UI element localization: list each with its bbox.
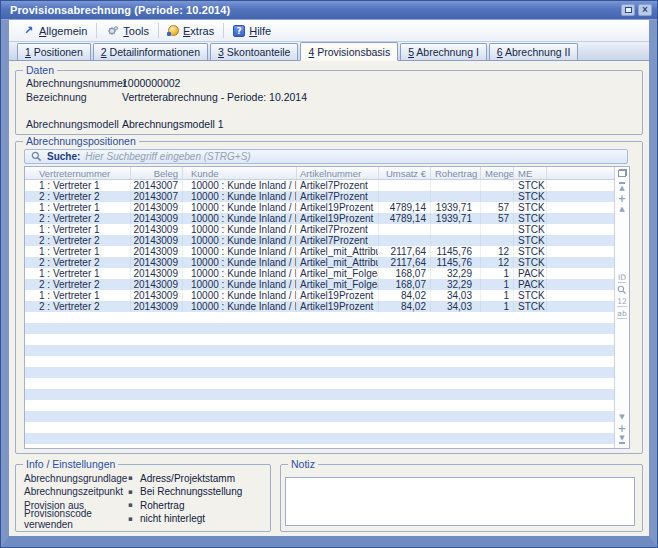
- column-header-4[interactable]: Umsatz €: [379, 167, 431, 179]
- menu-item-allgemein[interactable]: ↗Allgemein: [15, 23, 94, 39]
- tab-provisionsbasis[interactable]: 4 Provisionsbasis: [300, 42, 398, 61]
- empty-table-row[interactable]: [25, 334, 614, 345]
- record-id-icon[interactable]: ID: [618, 273, 626, 283]
- sort-alpha-icon[interactable]: ab: [617, 309, 626, 319]
- grid-nav-bottom: ▼ + ▼: [615, 412, 629, 444]
- empty-table-row[interactable]: [25, 400, 614, 411]
- table-cell: 10000 : Kunde Inland / Inlandsort: [183, 257, 297, 268]
- table-row[interactable]: 1 : Vertreter 12014300910000 : Kunde Inl…: [25, 246, 614, 257]
- column-header-0[interactable]: Vertreternummer: [25, 167, 131, 179]
- table-cell: 20143009: [131, 301, 183, 312]
- menu-item-extras[interactable]: Extras: [161, 23, 221, 39]
- page-up-icon[interactable]: +: [618, 193, 626, 203]
- table-cell: 20143009: [131, 268, 183, 279]
- column-header-6[interactable]: Menge: [481, 167, 514, 179]
- table-cell: [431, 191, 481, 202]
- sort-numeric-icon[interactable]: 12: [617, 297, 627, 307]
- menu-item-tools[interactable]: Tools: [99, 23, 156, 39]
- notiz-legend: Notiz: [288, 458, 318, 470]
- grid-nav-strip: ▲ + ▲ ID 12 ab: [614, 167, 629, 448]
- table-row[interactable]: 1 : Vertreter 12014300710000 : Kunde Inl…: [25, 180, 614, 191]
- field-value: 1000000002: [122, 77, 180, 89]
- empty-table-row[interactable]: [25, 356, 614, 367]
- menu-bar: ↗AllgemeinToolsExtras?Hilfe: [9, 20, 649, 42]
- table-row[interactable]: 2 : Vertreter 22014300710000 : Kunde Inl…: [25, 191, 614, 202]
- table-row[interactable]: 2 : Vertreter 22014300910000 : Kunde Inl…: [25, 279, 614, 290]
- table-cell: 1 : Vertreter 1: [25, 224, 131, 235]
- table-cell: [379, 191, 431, 202]
- tab-detailinformationen[interactable]: 2 Detailinformationen: [93, 43, 208, 60]
- tab-positionen[interactable]: 1 Positionen: [17, 43, 91, 60]
- table-row[interactable]: 2 : Vertreter 22014300910000 : Kunde Inl…: [25, 213, 614, 224]
- daten-field-row: Abrechnungsnummer1000000002: [22, 76, 636, 90]
- table-cell: [481, 235, 514, 246]
- app-window: Provisionsabrechnung (Periode: 10.2014) …: [0, 0, 658, 548]
- column-header-2[interactable]: Kunde: [183, 167, 297, 179]
- bullet-icon: ▪: [128, 501, 140, 509]
- empty-table-row[interactable]: [25, 345, 614, 356]
- empty-table-row[interactable]: [25, 323, 614, 334]
- empty-table-row[interactable]: [25, 312, 614, 323]
- table-cell-filler: [547, 202, 614, 213]
- table-cell-filler: [547, 180, 614, 191]
- table-cell: STCK: [514, 180, 547, 191]
- notiz-textarea[interactable]: [285, 477, 635, 526]
- table-row[interactable]: 1 : Vertreter 12014300910000 : Kunde Inl…: [25, 290, 614, 301]
- grid-options-icon[interactable]: [618, 167, 627, 179]
- table-cell: 1939,71: [431, 213, 481, 224]
- empty-table-row[interactable]: [25, 444, 614, 448]
- tab-abrechnung-2[interactable]: 6 Abrechnung II: [489, 43, 579, 60]
- menu-item-hilfe[interactable]: ?Hilfe: [226, 23, 278, 39]
- column-header-7[interactable]: ME: [514, 167, 547, 179]
- window-titlebar[interactable]: Provisionsabrechnung (Periode: 10.2014) …: [1, 1, 657, 20]
- page-down-icon[interactable]: +: [618, 423, 626, 433]
- tab-abrechnung-1[interactable]: 5 Abrechnung I: [400, 43, 487, 60]
- empty-table-row[interactable]: [25, 389, 614, 400]
- daten-field-row: BezeichnungVertreterabrechnung - Periode…: [22, 90, 636, 104]
- table-cell: 1 : Vertreter 1: [25, 268, 131, 279]
- table-cell: 20143009: [131, 224, 183, 235]
- empty-table-row[interactable]: [25, 367, 614, 378]
- table-row[interactable]: 1 : Vertreter 12014300910000 : Kunde Inl…: [25, 224, 614, 235]
- table-row[interactable]: 1 : Vertreter 12014300910000 : Kunde Inl…: [25, 268, 614, 279]
- positions-table-main: VertreternummerBelegKundeArtikelnummerUm…: [25, 167, 614, 448]
- table-row[interactable]: 1 : Vertreter 12014300910000 : Kunde Inl…: [25, 202, 614, 213]
- table-cell: 4789,14: [379, 202, 431, 213]
- info-value: Adress/Projektstamm: [140, 473, 235, 484]
- table-cell: STCK: [514, 224, 547, 235]
- table-cell: 1145,76: [431, 257, 481, 268]
- search-bar[interactable]: Suche: Hier Suchbegriff eingeben (STRG+S…: [24, 149, 628, 164]
- table-cell: 2117,64: [379, 257, 431, 268]
- table-row[interactable]: 2 : Vertreter 22014300910000 : Kunde Inl…: [25, 257, 614, 268]
- empty-table-row[interactable]: [25, 422, 614, 433]
- restore-window-icon[interactable]: [621, 4, 635, 16]
- menu-item-label: Hilfe: [249, 25, 271, 37]
- empty-table-row[interactable]: [25, 378, 614, 389]
- empty-table-row[interactable]: [25, 433, 614, 444]
- column-header-1[interactable]: Beleg: [131, 167, 183, 179]
- empty-table-row[interactable]: [25, 411, 614, 422]
- table-cell: 20143009: [131, 290, 183, 301]
- daten-group: Daten Abrechnungsnummer1000000002Bezeich…: [15, 64, 643, 135]
- menu-item-label: Allgemein: [39, 25, 87, 37]
- table-cell: PACK: [514, 279, 547, 290]
- table-cell: STCK: [514, 235, 547, 246]
- table-cell: Artikel_mit_Attributen: [297, 257, 379, 268]
- menu-item-label: Tools: [123, 25, 149, 37]
- tab-skontoanteile[interactable]: 3 Skontoanteile: [210, 43, 298, 60]
- search-input-placeholder[interactable]: Hier Suchbegriff eingeben (STRG+S): [85, 151, 250, 162]
- scroll-up-icon[interactable]: ▲: [619, 204, 624, 214]
- daten-field-row: AbrechnungsmodellAbrechnungsmodell 1: [22, 117, 636, 131]
- table-row[interactable]: 2 : Vertreter 22014300910000 : Kunde Inl…: [25, 235, 614, 246]
- table-cell: 1939,71: [431, 202, 481, 213]
- scroll-down-icon[interactable]: ▼: [619, 412, 624, 422]
- lens-icon[interactable]: [617, 285, 627, 295]
- close-window-icon[interactable]: ×: [638, 4, 652, 16]
- column-header-3[interactable]: Artikelnummer: [297, 167, 379, 179]
- extras-ball-icon: [168, 25, 179, 36]
- column-header-5[interactable]: Rohertrag €: [431, 167, 481, 179]
- table-cell: Artikel7Prozent: [297, 224, 379, 235]
- table-row[interactable]: 2 : Vertreter 22014300910000 : Kunde Inl…: [25, 301, 614, 312]
- scroll-to-top-icon[interactable]: ▲: [619, 182, 624, 192]
- scroll-to-bottom-icon[interactable]: ▼: [619, 434, 624, 444]
